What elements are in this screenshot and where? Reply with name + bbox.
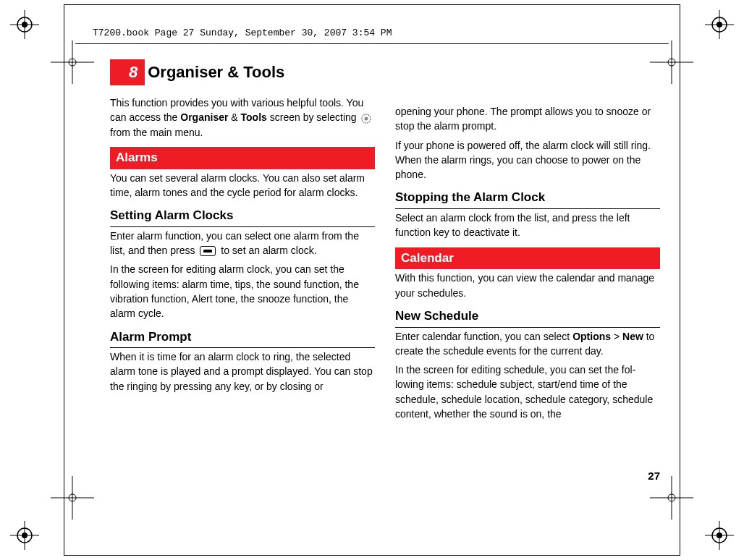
chapter-number: 8: [110, 59, 145, 85]
subhead-new-schedule: New Schedule: [395, 307, 660, 328]
header-rule: [75, 43, 669, 44]
subhead-stopping-alarm-clock: Stopping the Alarm Clock: [395, 189, 660, 209]
paragraph: In the screen for editing alarm clock, y…: [110, 262, 375, 321]
paragraph: When it is time for an alarm clock to ri…: [110, 349, 375, 394]
ok-key-icon: [200, 246, 216, 256]
text: from the main menu.: [110, 127, 203, 138]
svg-point-29: [365, 116, 368, 120]
page-number: 27: [648, 470, 660, 482]
paragraph: In the screen for editing schedule, you …: [395, 362, 660, 421]
text: >: [611, 331, 622, 342]
paragraph: Enter alarm function, you can select one…: [110, 229, 375, 258]
chapter-heading: 8 Organiser & Tools: [110, 59, 375, 85]
text: &: [228, 111, 240, 123]
crop-mark-icon: [10, 10, 39, 39]
svg-point-3: [22, 22, 28, 27]
strong-text: Options: [572, 331, 611, 342]
section-alarms: Alarms: [110, 147, 375, 169]
section-calendar: Calendar: [395, 247, 660, 270]
subhead-setting-alarm-clocks: Setting Alarm Clocks: [110, 207, 375, 227]
paragraph: You can set several alarm clocks. You ca…: [110, 171, 375, 200]
svg-point-7: [716, 22, 722, 27]
paragraph: Enter calendar function, you can select …: [395, 329, 660, 359]
paragraph: If your phone is powered off, the alarm …: [395, 138, 660, 182]
text: Enter calendar function, you can select: [395, 331, 572, 342]
svg-point-15: [716, 533, 722, 538]
crop-mark-icon: [705, 10, 734, 39]
strong-text: Tools: [241, 111, 267, 123]
text: to set an alarm clock.: [218, 245, 316, 256]
column-left: 8 Organiser & Tools This function provid…: [110, 59, 375, 425]
intro-paragraph: This function provides you with various …: [110, 96, 375, 140]
crop-mark-icon: [10, 521, 39, 550]
page-content: 8 Organiser & Tools This function provid…: [110, 59, 660, 425]
strong-text: New: [622, 331, 643, 342]
chapter-title: Organiser & Tools: [148, 61, 284, 84]
subhead-alarm-prompt: Alarm Prompt: [110, 328, 375, 349]
paragraph: opening your phone. The prompt allows yo…: [395, 104, 660, 134]
tools-icon: [360, 113, 372, 124]
text: screen by selecting: [267, 111, 360, 123]
strong-text: Organiser: [180, 111, 228, 123]
column-right: opening your phone. The prompt allows yo…: [395, 59, 660, 425]
paragraph: With this function, you can view the cal…: [395, 271, 660, 300]
svg-point-11: [22, 533, 28, 538]
column-top-spacer: [395, 59, 660, 103]
paragraph: Select an alarm clock from the list, and…: [395, 211, 660, 240]
running-head: T7200.book Page 27 Sunday, September 30,…: [93, 27, 392, 38]
crop-mark-icon: [705, 521, 734, 550]
